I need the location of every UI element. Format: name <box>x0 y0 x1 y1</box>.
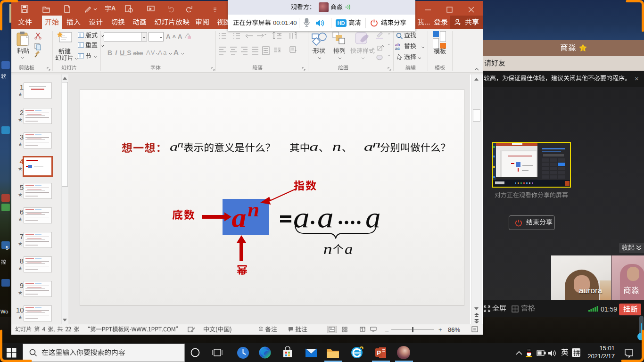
svg-text:P: P <box>377 349 381 356</box>
svg-text:z: z <box>582 46 584 50</box>
